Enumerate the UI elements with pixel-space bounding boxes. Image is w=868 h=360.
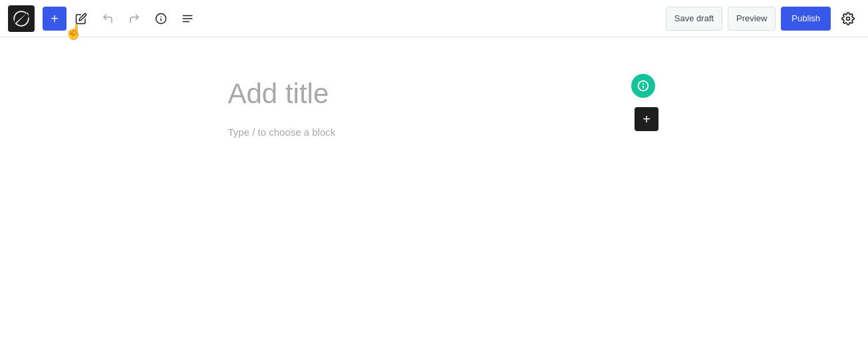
tools-button[interactable]: [176, 7, 200, 31]
preview-button[interactable]: Preview: [728, 7, 776, 31]
toolbar-left: +: [8, 5, 666, 32]
edit-button[interactable]: [69, 7, 93, 31]
redo-button[interactable]: [122, 7, 146, 31]
svg-point-6: [847, 17, 850, 20]
editor-content: Add title Type / to choose a block +: [0, 37, 868, 360]
undo-button[interactable]: [96, 7, 120, 31]
editor-inner: Add title Type / to choose a block: [228, 77, 641, 360]
wp-logo[interactable]: [8, 5, 35, 32]
save-draft-button[interactable]: Save draft: [666, 7, 722, 31]
title-placeholder[interactable]: Add title: [228, 77, 641, 110]
settings-button[interactable]: [836, 7, 860, 31]
toolbar: +: [0, 0, 868, 37]
grammarly-badge[interactable]: [631, 74, 655, 98]
block-placeholder[interactable]: Type / to choose a block: [228, 126, 641, 138]
publish-button[interactable]: Publish: [781, 7, 831, 31]
add-block-button[interactable]: +: [43, 7, 67, 31]
toolbar-right: Save draft Preview Publish: [666, 7, 860, 31]
info-button[interactable]: [149, 7, 173, 31]
inline-add-block-button[interactable]: +: [635, 107, 658, 131]
